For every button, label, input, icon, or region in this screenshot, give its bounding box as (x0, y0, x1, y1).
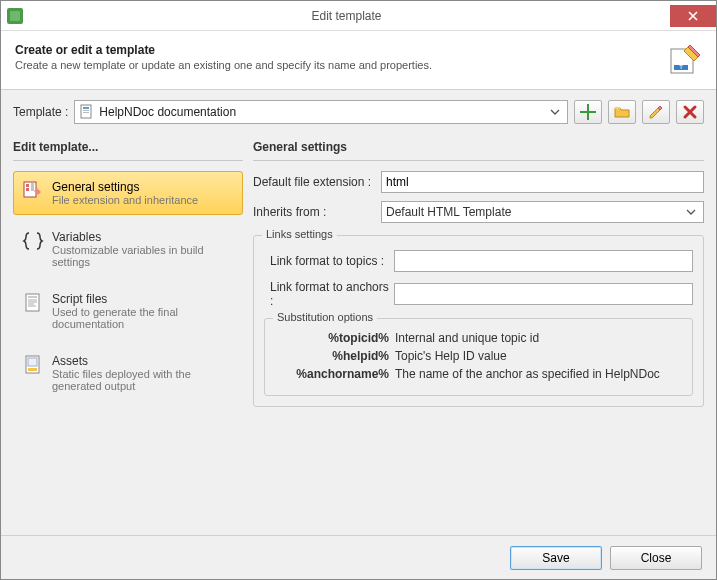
document-icon (79, 104, 95, 120)
svg-rect-6 (83, 112, 89, 113)
close-icon (688, 11, 698, 21)
inherits-selected: Default HTML Template (386, 205, 683, 219)
header-title: Create or edit a template (15, 43, 668, 57)
left-panel-header: Edit template... (13, 134, 243, 161)
svg-rect-14 (28, 296, 37, 298)
nav-item-sub: Customizable variables in build settings (52, 244, 234, 268)
nav-item-title: Assets (52, 354, 234, 368)
default-ext-label: Default file extension : (253, 175, 381, 189)
subst-row: %helpid% Topic's Help ID value (275, 349, 682, 363)
template-dropdown[interactable]: HelpNDoc documentation (74, 100, 568, 124)
template-selected-text: HelpNDoc documentation (99, 105, 543, 119)
nav-item-title: Variables (52, 230, 234, 244)
svg-rect-10 (24, 182, 36, 197)
svg-rect-12 (26, 188, 29, 191)
default-ext-input[interactable] (381, 171, 704, 193)
nav-script-files[interactable]: Script files Used to generate the final … (13, 283, 243, 339)
svg-rect-17 (28, 368, 37, 371)
body-area: Edit template... General settings File e… (1, 134, 716, 415)
link-topics-input[interactable] (394, 250, 693, 272)
template-label: Template : (13, 105, 68, 119)
inherits-dropdown[interactable]: Default HTML Template (381, 201, 704, 223)
titlebar: Edit template (1, 1, 716, 31)
nav-variables[interactable]: Variables Customizable variables in buil… (13, 221, 243, 277)
svg-rect-3 (81, 105, 91, 118)
subst-row: %anchorname% The name of the anchor as s… (275, 367, 682, 381)
link-anchors-input[interactable] (394, 283, 693, 305)
subst-key: %topicid% (275, 331, 395, 345)
template-edit-icon: T (668, 43, 702, 77)
settings-icon (22, 180, 44, 202)
template-select-row: Template : HelpNDoc documentation (1, 90, 716, 134)
edit-button[interactable] (642, 100, 670, 124)
right-settings-panel: General settings Default file extension … (253, 134, 704, 407)
svg-rect-5 (83, 110, 89, 111)
svg-text:T: T (679, 64, 683, 70)
subst-key: %helpid% (275, 349, 395, 363)
dialog-window: Edit template Create or edit a template … (0, 0, 717, 580)
subst-row: %topicid% Internal and unique topic id (275, 331, 682, 345)
app-icon (7, 8, 23, 24)
left-nav-panel: Edit template... General settings File e… (13, 134, 243, 407)
chevron-down-icon (683, 207, 699, 217)
subst-val: Internal and unique topic id (395, 331, 682, 345)
script-icon (22, 292, 44, 314)
nav-item-sub: File extension and inheritance (52, 194, 198, 206)
braces-icon (22, 230, 44, 252)
link-anchors-label: Link format to anchors : (264, 280, 394, 308)
link-topics-label: Link format to topics : (264, 254, 394, 268)
subst-val: The name of the anchor as specified in H… (395, 367, 682, 381)
nav-general-settings[interactable]: General settings File extension and inhe… (13, 171, 243, 215)
nav-item-sub: Static files deployed with the generated… (52, 368, 234, 392)
nav-item-title: Script files (52, 292, 234, 306)
delete-button[interactable] (676, 100, 704, 124)
links-settings-fieldset: Links settings Link format to topics : L… (253, 235, 704, 407)
substitution-fieldset: Substitution options %topicid% Internal … (264, 318, 693, 396)
svg-rect-9 (615, 107, 620, 109)
close-dialog-button[interactable]: Close (610, 546, 702, 570)
links-legend: Links settings (262, 228, 337, 240)
inherits-label: Inherits from : (253, 205, 381, 219)
nav-item-sub: Used to generate the final documentation (52, 306, 234, 330)
svg-rect-8 (587, 104, 589, 120)
subst-legend: Substitution options (273, 311, 377, 323)
nav-assets[interactable]: Assets Static files deployed with the ge… (13, 345, 243, 401)
svg-rect-11 (26, 184, 29, 187)
new-template-button[interactable] (574, 100, 602, 124)
svg-rect-16 (28, 358, 37, 366)
header-pane: Create or edit a template Create a new t… (1, 31, 716, 90)
nav-item-title: General settings (52, 180, 198, 194)
right-panel-header: General settings (253, 134, 704, 161)
header-subtitle: Create a new template or update an exist… (15, 59, 668, 71)
save-button[interactable]: Save (510, 546, 602, 570)
svg-rect-4 (83, 107, 89, 109)
dialog-footer: Save Close (1, 535, 716, 579)
subst-key: %anchorname% (275, 367, 395, 381)
chevron-down-icon (547, 107, 563, 117)
close-button[interactable] (670, 5, 716, 27)
window-title: Edit template (23, 9, 670, 23)
subst-val: Topic's Help ID value (395, 349, 682, 363)
assets-icon (22, 354, 44, 376)
open-folder-button[interactable] (608, 100, 636, 124)
